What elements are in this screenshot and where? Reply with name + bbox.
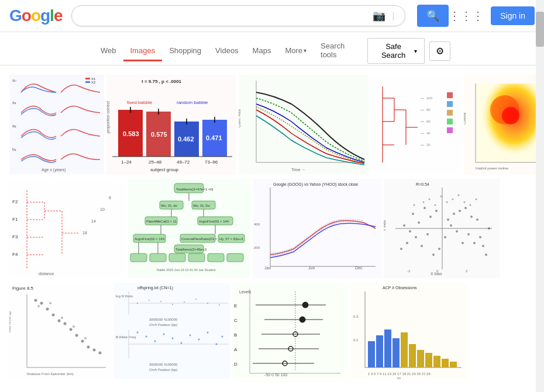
svg-rect-61 [447, 127, 453, 133]
svg-text:Google (GOOG) vs Yahoo (YHOO) : Google (GOOG) vs Yahoo (YHOO) stock clos… [273, 182, 358, 187]
svg-rect-261 [376, 335, 383, 367]
nav-item-more[interactable]: More▾ [278, 41, 314, 61]
image-tile[interactable]: offspring.txt (CN=1) log R Ratio 3900000… [114, 283, 230, 379]
apps-icon[interactable]: ⋮⋮⋮ [449, 9, 484, 23]
svg-text:Jun: Jun [308, 266, 315, 270]
image-tile[interactable]: TotalItems(2=47e=1 >0) Wo, Di, do Wo, Di… [128, 179, 250, 278]
svg-text:14: 14 [91, 219, 96, 223]
header-right: ⋮⋮⋮ Sign in [449, 6, 535, 25]
svg-point-224 [154, 341, 156, 342]
camera-icon[interactable]: 📷 [373, 9, 385, 22]
svg-text:A: A [234, 347, 237, 352]
svg-text:73–96: 73–96 [205, 159, 218, 165]
svg-rect-262 [384, 329, 391, 367]
image-tile[interactable]: Google (GOOG) vs Yahoo (YHOO) stock clos… [253, 179, 381, 278]
svg-text:ny: ny [397, 376, 401, 379]
svg-text:0.3: 0.3 [353, 315, 359, 318]
svg-rect-268 [433, 356, 440, 367]
image-tile[interactable]: R=0.54 [384, 179, 500, 278]
image-tile[interactable]: — — — — — 100 80 60 40 20 [371, 75, 462, 174]
svg-point-188 [52, 314, 55, 317]
svg-point-165 [414, 204, 415, 206]
svg-text:—: — [421, 96, 424, 100]
svg-point-164 [488, 227, 490, 230]
svg-point-145 [447, 218, 449, 221]
svg-text:20: 20 [426, 143, 431, 147]
image-tile[interactable]: t = 9.75 , p < .0001 fixed babble random… [106, 75, 236, 174]
nav-item-web[interactable]: Web [94, 41, 123, 61]
svg-point-162 [444, 236, 446, 238]
svg-point-171 [452, 199, 454, 200]
image-tile[interactable]: a₀ a₁ a₂ b₁ [9, 75, 104, 174]
svg-text:b₁: b₁ [12, 147, 16, 151]
svg-text:3900000    4100000: 3900000 4100000 [149, 318, 178, 321]
nav-item-maps[interactable]: Maps [246, 41, 278, 61]
svg-text:-2: -2 [407, 269, 411, 273]
svg-point-65 [502, 107, 519, 124]
scrollbar-thumb[interactable] [536, 12, 544, 47]
svg-text:ArginFirst(03 = 144: ArginFirst(03 = 144 [135, 237, 165, 241]
safe-search-button[interactable]: Safe Search ▾ [367, 38, 425, 64]
svg-text:t = 9.75 , p < .0001: t = 9.75 , p < .0001 [142, 79, 182, 84]
svg-point-213 [184, 301, 185, 303]
svg-point-195 [93, 349, 96, 352]
svg-text:Implicit power motive: Implicit power motive [476, 166, 509, 170]
svg-text:random babble: random babble [177, 100, 208, 105]
svg-rect-270 [450, 362, 457, 367]
nav-item-videos[interactable]: Videos [208, 41, 246, 61]
image-tile[interactable]: ACP # Obsessions 1 3 5 7 9 11 13 15 17 1… [350, 283, 467, 379]
svg-text:a₀: a₀ [12, 78, 16, 82]
image-tile[interactable]: Figure 8.5 [9, 283, 112, 379]
image-row-3: Figure 8.5 [9, 283, 535, 379]
svg-text:B Allele Freq: B Allele Freq [116, 335, 136, 339]
svg-point-230 [207, 332, 209, 334]
svg-point-248 [299, 317, 305, 322]
svg-text:0.462: 0.462 [178, 136, 194, 143]
svg-point-137 [424, 207, 426, 209]
svg-rect-113 [150, 254, 166, 262]
svg-rect-60 [447, 119, 453, 124]
gear-icon: ⚙ [436, 46, 444, 56]
nav-item-search-tools[interactable]: Search tools [314, 37, 367, 65]
sign-in-button[interactable]: Sign in [491, 6, 535, 25]
svg-text:400: 400 [254, 223, 260, 226]
svg-text:fixed babble: fixed babble [127, 100, 153, 105]
svg-text:6: 6 [109, 196, 111, 200]
svg-text:Chr5 Position (bp): Chr5 Position (bp) [149, 368, 177, 372]
image-tile[interactable]: F2 F1 F3 F4 18 14 10 6 distance [9, 179, 125, 278]
svg-text:distance: distance [39, 272, 54, 276]
svg-point-146 [453, 213, 455, 215]
svg-rect-57 [447, 92, 453, 98]
image-tile[interactable]: E C B A D Levels [232, 283, 348, 379]
nav-item-images[interactable]: Images [123, 41, 163, 61]
image-tile[interactable]: Time → Cum. Res [239, 75, 369, 174]
svg-text:Jan: Jan [264, 266, 271, 270]
svg-point-154 [473, 242, 476, 244]
image-tile[interactable]: Implicit power motive Cortisol [464, 75, 544, 174]
svg-point-163 [462, 242, 464, 244]
scrollbar[interactable] [536, 0, 544, 391]
svg-text:Y bias: Y bias [384, 220, 386, 231]
settings-button[interactable]: ⚙ [429, 41, 450, 61]
svg-text:Figure 8.5: Figure 8.5 [12, 286, 34, 291]
svg-text:Chr5 Position (bp): Chr5 Position (bp) [149, 323, 177, 327]
svg-point-157 [485, 254, 487, 256]
search-input[interactable]: fancy r plots [80, 11, 372, 21]
svg-point-173 [464, 202, 466, 203]
svg-text:D: D [234, 362, 237, 367]
nav-item-shopping[interactable]: Shopping [162, 41, 208, 61]
svg-rect-114 [169, 254, 185, 262]
svg-point-169 [440, 196, 442, 197]
svg-point-246 [302, 302, 308, 308]
svg-text:B: B [234, 332, 237, 338]
svg-rect-59 [447, 110, 453, 116]
svg-point-136 [418, 221, 420, 224]
svg-rect-117 [227, 254, 243, 262]
svg-point-186 [40, 302, 43, 305]
svg-point-138 [409, 230, 411, 233]
svg-text:-50    0    50   100: -50 0 50 100 [264, 373, 287, 377]
svg-text:a₁: a₁ [12, 100, 16, 105]
search-button[interactable]: 🔍 [417, 5, 449, 27]
svg-text:100: 100 [426, 96, 433, 100]
svg-rect-116 [208, 254, 224, 262]
